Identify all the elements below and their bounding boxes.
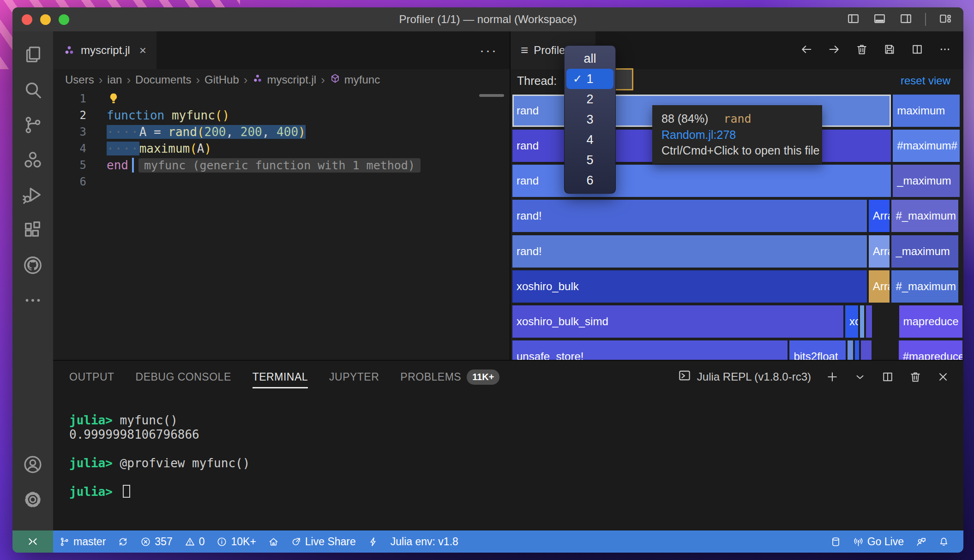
- dropdown-option-label: 6: [586, 173, 593, 188]
- plus-icon[interactable]: [826, 370, 839, 383]
- panel-tab-jupyter[interactable]: JUPYTER: [329, 361, 379, 393]
- dropdown-option-2[interactable]: 2: [566, 89, 613, 109]
- code-editor[interactable]: 12function myfunc()3····A = rand(200, 20…: [53, 90, 510, 360]
- flame-bar-xoshiro-bulk-simd[interactable]: xoshiro_bulk_simd: [512, 305, 843, 338]
- activity-more-icon[interactable]: [22, 290, 43, 313]
- terminal-selector[interactable]: Julia REPL (v1.8.0-rc3): [678, 369, 811, 385]
- activity-source-control-icon[interactable]: [22, 114, 43, 137]
- flame-bar--maximum[interactable]: #_maximum: [891, 270, 958, 303]
- reset-view-link[interactable]: reset view: [901, 74, 950, 87]
- status-warnings[interactable]: 0: [179, 530, 211, 553]
- terminal-prompt: julia>: [69, 485, 113, 499]
- breadcrumb-item-ian[interactable]: ian: [107, 73, 122, 86]
- branch-icon: [59, 536, 70, 547]
- panel-tab-terminal[interactable]: TERMINAL: [253, 361, 308, 393]
- code-token: ····: [107, 125, 139, 139]
- panel-tab-debug-console[interactable]: DEBUG CONSOLE: [136, 361, 231, 393]
- flame-bar-mapreduce[interactable]: mapreduce: [899, 305, 962, 338]
- activity-run-debug-icon[interactable]: [22, 185, 43, 208]
- panel-tab-output[interactable]: OUTPUT: [69, 361, 114, 393]
- dropdown-option-4[interactable]: 4: [566, 130, 613, 150]
- flame-bar-xoshiro[interactable]: xoshiro: [845, 305, 858, 338]
- terminal-content[interactable]: julia> myfunc()0.9999998106796866julia> …: [69, 393, 959, 530]
- breadcrumb-item-myscript-jl[interactable]: myscript.jl: [252, 73, 316, 87]
- tab-myscript[interactable]: myscript.jl ×: [53, 31, 156, 69]
- breadcrumb-item-github[interactable]: GitHub: [204, 73, 239, 86]
- flame-bar-maximum[interactable]: maximum: [893, 95, 960, 127]
- flame-bar--maximum-[interactable]: #maximum#: [893, 130, 960, 162]
- flame-bar-rand-[interactable]: rand!: [512, 235, 867, 268]
- flame-bar-array[interactable]: Array: [869, 270, 890, 303]
- flame-bar-bits2float[interactable]: bits2float: [789, 340, 846, 360]
- status-branch[interactable]: master: [53, 530, 112, 553]
- flame-bar-array[interactable]: Array: [869, 235, 890, 268]
- more-h-icon[interactable]: [938, 43, 951, 58]
- breadcrumb-label: Documents: [135, 73, 191, 86]
- breadcrumb-item-users[interactable]: Users: [65, 73, 94, 86]
- chevron-down-icon[interactable]: [854, 370, 866, 383]
- flame-bar-unsafe-store-[interactable]: unsafe_store!: [512, 340, 788, 360]
- status-notifications[interactable]: [932, 530, 955, 553]
- flame-bar-array[interactable]: Array: [869, 200, 890, 232]
- activity-search-icon[interactable]: [22, 79, 43, 102]
- status-go-live[interactable]: Go Live: [847, 530, 910, 553]
- editor-more-actions-icon[interactable]: ···: [480, 42, 498, 58]
- close-icon[interactable]: [937, 370, 950, 383]
- flame-bar--mapreduce[interactable]: #mapreduce: [899, 340, 962, 360]
- arrow-right-icon[interactable]: [828, 43, 841, 58]
- status-sync[interactable]: [112, 530, 134, 553]
- dropdown-option-5[interactable]: 5: [566, 150, 613, 170]
- status-errors[interactable]: 357: [134, 530, 178, 553]
- layout-right-icon[interactable]: [899, 12, 913, 28]
- home-icon: [268, 536, 279, 547]
- lightbulb-icon[interactable]: [107, 92, 120, 106]
- activity-account-icon[interactable]: [22, 454, 43, 477]
- layout-custom-icon[interactable]: [938, 12, 952, 28]
- split-icon[interactable]: [911, 43, 924, 58]
- status-live-share[interactable]: Live Share: [285, 530, 362, 553]
- flame-bar-xoshiro-bulk[interactable]: xoshiro_bulk: [512, 270, 867, 303]
- flame-sliver[interactable]: [860, 305, 864, 338]
- flame-bar--maximum[interactable]: _maximum: [893, 165, 960, 197]
- activity-extensions-icon[interactable]: [22, 220, 43, 243]
- trash-icon[interactable]: [909, 370, 922, 383]
- activity-settings-icon[interactable]: [22, 489, 43, 512]
- flame-bar-rand-[interactable]: rand!: [512, 200, 867, 232]
- layout-left-icon[interactable]: [846, 12, 860, 28]
- dropdown-option-all[interactable]: all: [566, 48, 613, 69]
- flame-bar--maximum[interactable]: #_maximum: [891, 200, 958, 232]
- status-julia-env[interactable]: Julia env: v1.8: [385, 530, 464, 553]
- tooltip-hint: Ctrl/Cmd+Click to open this file: [661, 143, 813, 158]
- flame-sliver[interactable]: [861, 340, 872, 360]
- breadcrumb-item-myfunc[interactable]: myfunc: [330, 73, 380, 87]
- status-infos[interactable]: 10K+: [210, 530, 262, 553]
- status-bolt[interactable]: [362, 530, 385, 553]
- dropdown-option-6[interactable]: 6: [566, 170, 613, 191]
- flame-sliver[interactable]: [848, 340, 853, 360]
- arrow-left-icon[interactable]: [800, 43, 813, 58]
- breadcrumb-separator: ›: [196, 73, 200, 87]
- tab-close-icon[interactable]: ×: [139, 43, 146, 58]
- activity-explorer-icon[interactable]: [22, 44, 43, 67]
- status-database[interactable]: [824, 530, 847, 553]
- flame-sliver[interactable]: [855, 340, 859, 360]
- layout-panel-icon[interactable]: [872, 12, 887, 28]
- tooltip-location[interactable]: Random.jl:278: [661, 127, 813, 143]
- terminal-selector-label: Julia REPL (v1.8.0-rc3): [697, 370, 811, 383]
- dropdown-option-3[interactable]: 3: [566, 109, 613, 130]
- editor-scrollbar[interactable]: [479, 94, 504, 97]
- activity-julia-icon[interactable]: [22, 149, 43, 173]
- save-icon[interactable]: [883, 43, 896, 58]
- trash-icon[interactable]: [855, 43, 868, 58]
- status-feedback[interactable]: [910, 530, 932, 553]
- activity-github-icon[interactable]: [22, 255, 43, 278]
- breadcrumb-item-documents[interactable]: Documents: [135, 73, 191, 86]
- remote-indicator[interactable]: [12, 530, 53, 553]
- status-home[interactable]: [262, 530, 285, 553]
- dropdown-option-1[interactable]: ✓1: [566, 69, 613, 89]
- flame-bar--maximum[interactable]: _maximum: [891, 235, 958, 268]
- status-label: 10K+: [231, 536, 256, 548]
- panel-tab-problems[interactable]: PROBLEMS11K+: [400, 361, 499, 393]
- split-icon[interactable]: [881, 370, 894, 383]
- flame-sliver[interactable]: [866, 305, 872, 338]
